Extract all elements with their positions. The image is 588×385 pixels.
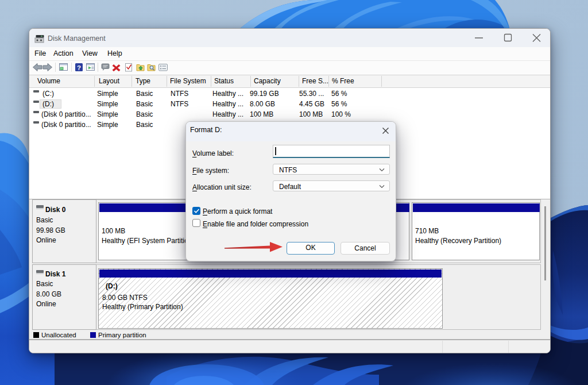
svg-text:?: ?: [77, 64, 81, 71]
